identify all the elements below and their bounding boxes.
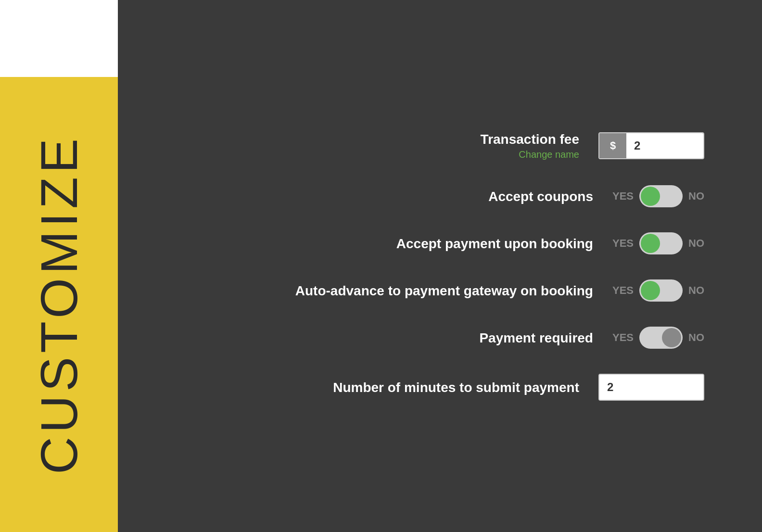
- payment-required-toggle[interactable]: [639, 327, 683, 349]
- minutes-submit-input[interactable]: [598, 374, 704, 401]
- transaction-fee-label: Transaction fee: [481, 131, 579, 148]
- transaction-fee-row: Transaction fee Change name $: [156, 131, 704, 161]
- transaction-fee-input[interactable]: [626, 132, 703, 159]
- auto-advance-label: Auto-advance to payment gateway on booki…: [295, 283, 593, 299]
- accept-payment-knob: [641, 234, 660, 253]
- payment-required-yes-label: YES: [612, 331, 634, 344]
- payment-required-row: Payment required YES NO: [156, 327, 704, 349]
- accept-coupons-label: Accept coupons: [488, 189, 593, 205]
- accept-payment-row: Accept payment upon booking YES NO: [156, 232, 704, 254]
- auto-advance-no-label: NO: [688, 284, 704, 297]
- auto-advance-row: Auto-advance to payment gateway on booki…: [156, 279, 704, 302]
- transaction-fee-label-group: Transaction fee Change name: [481, 131, 579, 161]
- accept-payment-toggle-group: YES NO: [612, 232, 704, 254]
- accept-payment-toggle[interactable]: [639, 232, 683, 254]
- sidebar: CUSTOMIZE: [0, 0, 118, 532]
- accept-coupons-no-label: NO: [688, 190, 704, 203]
- accept-payment-yes-label: YES: [612, 237, 634, 250]
- accept-payment-label: Accept payment upon booking: [396, 236, 593, 252]
- accept-coupons-yes-label: YES: [612, 190, 634, 203]
- dollar-sign: $: [599, 132, 626, 159]
- accept-payment-no-label: NO: [688, 237, 704, 250]
- change-name-link[interactable]: Change name: [519, 149, 579, 160]
- minutes-submit-label-group: Number of minutes to submit payment: [333, 380, 579, 396]
- accept-coupons-knob: [641, 187, 660, 206]
- minutes-submit-label: Number of minutes to submit payment: [333, 380, 579, 396]
- auto-advance-toggle[interactable]: [639, 279, 683, 302]
- accept-coupons-row: Accept coupons YES NO: [156, 185, 704, 207]
- main-content: Transaction fee Change name $ Accept cou…: [118, 0, 762, 532]
- accept-payment-label-group: Accept payment upon booking: [396, 236, 593, 252]
- sidebar-yellow: CUSTOMIZE: [0, 77, 118, 532]
- accept-coupons-toggle-group: YES NO: [612, 185, 704, 207]
- accept-coupons-label-group: Accept coupons: [488, 189, 593, 205]
- auto-advance-yes-label: YES: [612, 284, 634, 297]
- payment-required-label-group: Payment required: [479, 330, 593, 346]
- sidebar-top: [0, 0, 118, 77]
- payment-required-label: Payment required: [479, 330, 593, 346]
- accept-coupons-toggle[interactable]: [639, 185, 683, 207]
- auto-advance-toggle-group: YES NO: [612, 279, 704, 302]
- auto-advance-knob: [641, 281, 660, 300]
- auto-advance-label-group: Auto-advance to payment gateway on booki…: [295, 283, 593, 299]
- transaction-fee-input-group: $: [598, 132, 704, 159]
- sidebar-title: CUSTOMIZE: [29, 135, 89, 474]
- minutes-submit-row: Number of minutes to submit payment: [156, 374, 704, 401]
- payment-required-toggle-group: YES NO: [612, 327, 704, 349]
- payment-required-no-label: NO: [688, 331, 704, 344]
- payment-required-knob: [662, 328, 681, 347]
